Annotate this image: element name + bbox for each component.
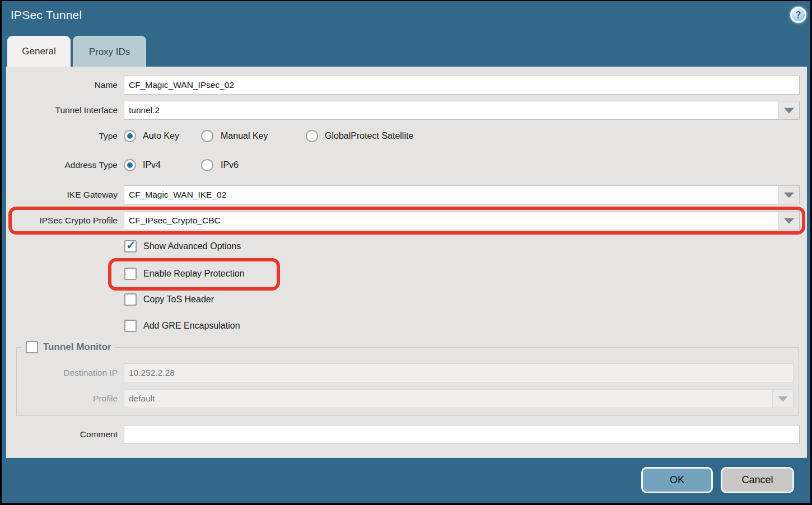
tunnel-interface-label: Tunnel Interface [6, 101, 118, 120]
radio-globalprotect-satellite[interactable] [306, 130, 318, 142]
question-mark-glyph: ? [796, 10, 801, 20]
destination-ip-input [124, 363, 794, 382]
comment-label: Comment [6, 425, 118, 444]
tunnel-monitor-legend: Tunnel Monitor [22, 340, 115, 354]
show-advanced-options-label: Show Advanced Options [143, 240, 241, 252]
radio-ipv4-label: IPv4 [143, 159, 161, 171]
radio-selected-dot [127, 162, 133, 168]
radio-manual-key-label: Manual Key [221, 130, 268, 142]
ipsec-crypto-profile-select[interactable]: CF_IPsec_Crypto_CBC [124, 211, 800, 230]
radio-ipv4[interactable] [124, 159, 136, 171]
profile-select: default [124, 389, 794, 408]
name-input[interactable] [124, 76, 800, 95]
ipsec-tunnel-dialog: IPSec Tunnel ? General Proxy IDs Name Tu… [2, 1, 810, 503]
copy-tos-header-checkbox[interactable] [124, 293, 137, 306]
dialog-title: IPSec Tunnel [11, 8, 82, 22]
ok-button[interactable]: OK [641, 467, 713, 493]
address-type-label: Address Type [6, 159, 118, 171]
radio-auto-key[interactable] [124, 130, 136, 142]
radio-ipv6[interactable] [201, 159, 213, 171]
chevron-down-icon [778, 396, 788, 402]
enable-replay-protection-label: Enable Replay Protection [143, 268, 245, 280]
tunnel-interface-select[interactable]: tunnel.2 [124, 101, 800, 120]
radio-manual-key[interactable] [201, 130, 213, 142]
ike-gateway-dropdown-button[interactable] [778, 186, 799, 204]
enable-replay-protection-checkbox[interactable] [124, 268, 137, 280]
profile-dropdown-button [772, 390, 793, 408]
radio-selected-dot [127, 133, 133, 139]
profile-label: Profile [6, 389, 118, 408]
tab-general[interactable]: General [7, 36, 71, 67]
radio-ipv6-label: IPv6 [221, 159, 239, 171]
comment-input[interactable] [124, 425, 800, 444]
name-label: Name [6, 76, 118, 95]
checkmark-icon: ✓ [126, 239, 136, 252]
type-label: Type [6, 130, 118, 142]
tunnel-monitor-label: Tunnel Monitor [43, 340, 111, 354]
chevron-down-icon [784, 108, 794, 114]
tab-proxy-ids[interactable]: Proxy IDs [73, 36, 146, 67]
ike-gateway-label: IKE Gateway [6, 185, 118, 204]
ipsec-crypto-profile-label: IPSec Crypto Profile [6, 211, 118, 230]
ipsec-crypto-profile-value: CF_IPsec_Crypto_CBC [129, 212, 776, 230]
add-gre-encapsulation-label: Add GRE Encapsulation [143, 320, 240, 332]
copy-tos-header-label: Copy ToS Header [143, 293, 214, 306]
radio-globalprotect-satellite-label: GlobalProtect Satellite [325, 130, 413, 142]
ike-gateway-select[interactable]: CF_Magic_WAN_IKE_02 [124, 185, 800, 204]
radio-auto-key-label: Auto Key [143, 130, 179, 142]
show-advanced-options-checkbox[interactable]: ✓ [124, 240, 137, 252]
chevron-down-icon [784, 218, 794, 224]
chevron-down-icon [784, 193, 794, 198]
tunnel-monitor-checkbox[interactable] [26, 341, 38, 353]
add-gre-encapsulation-checkbox[interactable] [124, 320, 137, 332]
help-icon[interactable]: ? [790, 7, 806, 23]
ipsec-crypto-profile-dropdown-button[interactable] [778, 212, 799, 230]
ike-gateway-value: CF_Magic_WAN_IKE_02 [129, 186, 776, 204]
profile-value: default [129, 390, 769, 408]
destination-ip-label: Destination IP [6, 363, 118, 382]
cancel-button[interactable]: Cancel [721, 467, 794, 493]
tunnel-interface-value: tunnel.2 [129, 101, 776, 119]
tunnel-interface-dropdown-button[interactable] [778, 101, 799, 119]
